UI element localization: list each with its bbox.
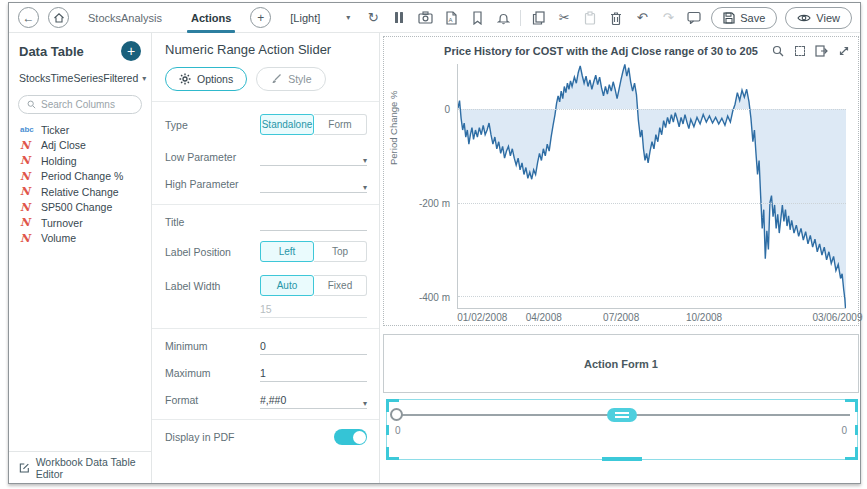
column-item[interactable]: NHolding <box>9 153 151 169</box>
delete-button[interactable] <box>607 9 625 26</box>
view-button[interactable]: View <box>785 7 852 29</box>
column-item[interactable]: abcTicker <box>9 122 151 138</box>
add-data-table-button[interactable]: + <box>121 41 141 61</box>
selection-edge-handle[interactable] <box>855 425 858 435</box>
type-segmented-control: Standalone Form <box>260 114 367 135</box>
cut-button[interactable]: ✂ <box>555 9 573 26</box>
slider-max-value: 0 <box>841 425 847 436</box>
column-item[interactable]: NAdj Close <box>9 138 151 154</box>
y-tick-label: -200 m <box>392 198 450 209</box>
notifications-button[interactable] <box>494 9 512 26</box>
trash-icon <box>610 11 622 25</box>
plus-icon: + <box>257 12 264 24</box>
type-standalone-option[interactable]: Standalone <box>260 114 314 135</box>
paste-button[interactable] <box>581 9 599 26</box>
label-position-top-option[interactable]: Top <box>314 241 367 262</box>
gridline <box>458 109 846 110</box>
label-width-value-input[interactable]: 15 <box>260 300 367 318</box>
export-icon <box>815 45 828 57</box>
column-item[interactable]: NPeriod Change % <box>9 169 151 185</box>
numeric-type-icon: N <box>20 139 35 152</box>
brush-icon <box>270 73 282 85</box>
properties-title: Numeric Range Action Slider <box>152 33 379 57</box>
chevron-down-icon: ▾ <box>363 156 367 165</box>
label-position-left-option[interactable]: Left <box>260 241 314 262</box>
zoom-button[interactable] <box>771 44 784 57</box>
selection-corner-handle[interactable] <box>386 447 399 460</box>
tab-actions[interactable]: Actions <box>181 3 241 33</box>
widget-drag-grip[interactable] <box>607 408 637 422</box>
price-history-chart-panel[interactable]: Price History for COST with the Adj Clos… <box>383 36 859 326</box>
display-in-pdf-toggle[interactable] <box>334 429 367 445</box>
text-type-icon: abc <box>20 125 35 134</box>
tab-stocksanalysis[interactable]: StocksAnalysis <box>78 3 172 33</box>
save-button[interactable]: Save <box>711 7 777 29</box>
redo-button[interactable]: ↷ <box>659 9 677 26</box>
selection-corner-handle[interactable] <box>845 447 858 460</box>
copy-button[interactable] <box>529 9 547 26</box>
refresh-button[interactable]: ↻ <box>364 9 382 26</box>
type-form-option[interactable]: Form <box>314 114 367 135</box>
tab-style[interactable]: Style <box>256 67 325 91</box>
tab-options[interactable]: Options <box>165 67 247 91</box>
edit-box-icon <box>19 462 30 474</box>
selection-corner-handle[interactable] <box>386 399 399 412</box>
magnifier-icon <box>772 45 784 57</box>
chevron-down-icon[interactable]: ▾ <box>142 74 146 83</box>
back-button[interactable]: ← <box>18 7 39 28</box>
maximize-button[interactable] <box>837 44 850 57</box>
selection-corner-handle[interactable] <box>845 399 858 412</box>
label-width-fixed-option[interactable]: Fixed <box>314 275 367 296</box>
title-input[interactable] <box>260 213 367 231</box>
label-width-auto-option[interactable]: Auto <box>260 275 314 296</box>
numeric-range-slider-widget[interactable]: 0 0 <box>386 399 858 460</box>
workbook-data-table-editor-button[interactable]: Workbook Data Table Editor <box>9 451 151 483</box>
maximum-input[interactable]: 1 <box>260 364 367 382</box>
minimum-input[interactable]: 0 <box>260 337 367 355</box>
export-button[interactable] <box>815 44 828 57</box>
column-item[interactable]: NTurnover <box>9 215 151 231</box>
price-history-plot <box>458 64 846 308</box>
search-icon <box>27 99 36 110</box>
search-columns-box[interactable] <box>18 95 142 114</box>
x-tick-label: 04/2008 <box>526 312 562 323</box>
theme-selector[interactable]: [Light] ▾ <box>290 12 350 24</box>
numeric-type-icon: N <box>20 216 35 229</box>
x-tick-label: 01/02/2008 <box>457 312 507 323</box>
chevron-down-icon: ▾ <box>363 399 367 408</box>
add-sheet-button[interactable]: + <box>250 7 271 28</box>
selection-edge-handle[interactable] <box>386 425 389 435</box>
high-parameter-dropdown[interactable]: ▾ <box>260 175 367 193</box>
gear-icon <box>179 73 191 85</box>
low-parameter-label: Low Parameter <box>165 151 260 163</box>
selection-bottom-handle[interactable] <box>602 457 642 461</box>
numeric-type-icon: N <box>20 170 35 183</box>
data-table-select[interactable]: StocksTimeSeriesFiltered <box>19 72 138 84</box>
column-item[interactable]: NSP500 Change <box>9 200 151 216</box>
rubber-band-select-button[interactable] <box>793 44 806 57</box>
undo-button[interactable]: ↶ <box>633 9 651 26</box>
save-icon <box>723 12 735 24</box>
slider-min-value: 0 <box>395 425 401 436</box>
pdf-export-button[interactable]: A <box>442 9 460 26</box>
home-button[interactable] <box>48 7 69 28</box>
low-parameter-dropdown[interactable]: ▾ <box>260 148 367 166</box>
copy-icon <box>532 11 545 25</box>
search-columns-input[interactable] <box>41 99 133 110</box>
action-form-panel[interactable]: Action Form 1 <box>383 334 859 393</box>
pause-button[interactable] <box>390 9 408 26</box>
bookmark-button[interactable] <box>468 9 486 26</box>
camera-icon <box>418 11 433 24</box>
toolbar-divider <box>520 10 521 26</box>
plot-area[interactable] <box>457 64 846 309</box>
format-label: Format <box>165 394 260 406</box>
y-tick-label: 0 <box>392 104 450 115</box>
dashboard-canvas: Price History for COST with the Adj Clos… <box>380 33 860 483</box>
column-item[interactable]: NRelative Change <box>9 184 151 200</box>
snapshot-button[interactable] <box>416 9 434 26</box>
column-item[interactable]: NVolume <box>9 231 151 247</box>
numeric-type-icon: N <box>20 232 35 245</box>
comment-button[interactable] <box>685 9 703 26</box>
format-dropdown[interactable]: #,##0 ▾ <box>260 391 367 409</box>
home-icon <box>53 12 65 24</box>
